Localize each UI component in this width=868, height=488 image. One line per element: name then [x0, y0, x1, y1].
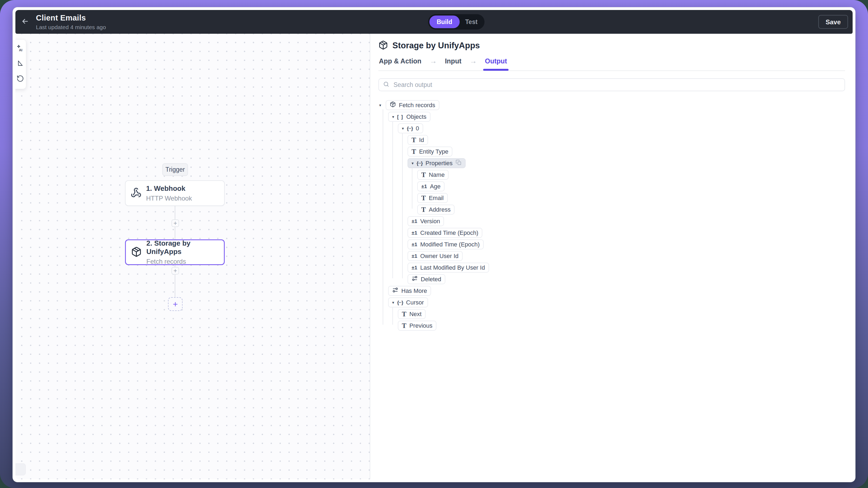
tree-row-modified-time-epoch: ±1Modified Time (Epoch): [378, 238, 845, 250]
text-type-icon: T: [411, 137, 416, 143]
node-title: 2. Storage by UnifyApps: [146, 239, 224, 256]
field-label: Id: [419, 137, 424, 143]
trigger-label-chip[interactable]: Trigger: [162, 163, 188, 176]
caret-down-icon: ▾: [392, 300, 394, 304]
package-icon: [131, 247, 142, 258]
field-label: Name: [429, 171, 445, 178]
search-output-input[interactable]: [393, 81, 840, 89]
package-icon: [378, 40, 388, 51]
panel-header: Storage by UnifyApps: [378, 40, 845, 51]
text-type-icon: T: [402, 322, 406, 329]
field-chip-cursor[interactable]: ▾{··}Cursor: [388, 297, 428, 307]
tree-row-has-more: Has More: [378, 285, 845, 297]
field-chip-owner-user-id[interactable]: ±1Owner User Id: [407, 251, 463, 261]
field-chip-fetch-records[interactable]: Fetch records: [386, 100, 439, 110]
field-label: Age: [430, 183, 440, 190]
field-chip-email[interactable]: TEmail: [417, 193, 448, 203]
tab-input[interactable]: Input: [444, 57, 462, 70]
field-chip-properties[interactable]: ▾{··}Properties: [407, 158, 466, 168]
field-label: Previous: [409, 322, 433, 329]
output-schema-tree: ▾Fetch records▾[ ]Objects▾{··}0TIdTEntit…: [378, 99, 845, 331]
app-window: Client Emails Last updated 4 minutes ago…: [13, 7, 855, 482]
workflow-canvas[interactable]: AI Trigger 1. Webhook HTTP Webh: [16, 34, 370, 479]
back-button[interactable]: [19, 16, 31, 28]
node-texts: 2. Storage by UnifyApps Fetch records: [146, 239, 224, 265]
panel-step-tabs: App & Action → Input → Output: [378, 57, 845, 71]
ai-icon[interactable]: AI: [17, 44, 24, 52]
select-tool-icon[interactable]: [17, 60, 24, 67]
add-step-below-button[interactable]: +: [172, 267, 179, 274]
caret-down-icon: ▾: [402, 126, 404, 130]
tab-arrow-icon: →: [469, 57, 477, 70]
tab-app-and-action[interactable]: App & Action: [378, 57, 422, 70]
tree-row-age: ±1Age: [378, 181, 845, 192]
save-button[interactable]: Save: [818, 15, 848, 29]
boolean-type-icon: [392, 287, 398, 295]
tree-row-version: ±1Version: [378, 216, 845, 227]
number-type-icon: ±1: [421, 184, 427, 189]
node-webhook[interactable]: 1. Webhook HTTP Webhook: [125, 180, 225, 206]
object-type-icon: {··}: [397, 300, 403, 305]
field-label: Address: [429, 206, 451, 213]
node-storage-by-unifyapps[interactable]: 2. Storage by UnifyApps Fetch records: [125, 239, 225, 265]
webhook-icon: [131, 187, 142, 199]
history-icon[interactable]: [17, 75, 24, 82]
content-area: AI Trigger 1. Webhook HTTP Webh: [16, 34, 852, 479]
tree-row-owner-user-id: ±1Owner User Id: [378, 250, 845, 262]
caret-down-icon: ▾: [411, 161, 414, 165]
panel-title: Storage by UnifyApps: [393, 41, 480, 51]
toggle-test[interactable]: Test: [460, 15, 484, 28]
back-arrow-icon: [21, 17, 29, 27]
tree-row-previous: TPrevious: [378, 320, 845, 331]
text-type-icon: T: [421, 206, 426, 213]
canvas-corner-control[interactable]: [16, 463, 26, 475]
field-chip-next[interactable]: TNext: [398, 309, 426, 319]
text-type-icon: T: [402, 311, 406, 317]
svg-text:AI: AI: [19, 48, 22, 52]
caret-down-icon: ▾: [392, 115, 394, 119]
field-chip-objects[interactable]: ▾[ ]Objects: [388, 112, 431, 122]
canvas-toolbar: AI: [16, 39, 26, 89]
tree-row-id: TId: [378, 134, 845, 146]
field-chip-0[interactable]: ▾{··}0: [398, 123, 423, 133]
field-chip-address[interactable]: TAddress: [417, 204, 455, 215]
node-subtitle: Fetch records: [146, 258, 224, 265]
node-subtitle: HTTP Webhook: [146, 195, 192, 202]
build-test-toggle: Build Test: [428, 14, 485, 30]
tree-row-entity-type: TEntity Type: [378, 146, 845, 157]
field-chip-age[interactable]: ±1Age: [417, 182, 444, 191]
workflow-titles: Client Emails Last updated 4 minutes ago: [36, 13, 106, 31]
caret-down-icon[interactable]: ▾: [378, 103, 386, 107]
object-type-icon: {··}: [417, 161, 423, 166]
text-type-icon: T: [421, 195, 426, 201]
add-step-between-button[interactable]: +: [172, 220, 179, 227]
copy-icon[interactable]: [456, 160, 462, 167]
field-chip-previous[interactable]: TPrevious: [398, 321, 436, 331]
field-label: Modified Time (Epoch): [420, 241, 479, 248]
field-chip-version[interactable]: ±1Version: [407, 216, 444, 226]
step-config-panel: Storage by UnifyApps App & Action → Inpu…: [370, 34, 852, 479]
toggle-build[interactable]: Build: [429, 15, 460, 28]
tree-row-properties: ▾{··}Properties: [378, 157, 845, 169]
field-chip-created-time-epoch[interactable]: ±1Created Time (Epoch): [407, 228, 482, 238]
field-chip-name[interactable]: TName: [417, 170, 448, 180]
tree-row-name: TName: [378, 169, 845, 181]
output-search-box: [378, 78, 845, 91]
tree-row-email: TEmail: [378, 192, 845, 204]
field-chip-has-more[interactable]: Has More: [388, 286, 431, 296]
node-texts: 1. Webhook HTTP Webhook: [146, 184, 192, 202]
tree-row-cursor: ▾{··}Cursor: [378, 297, 845, 308]
tree-row-created-time-epoch: ±1Created Time (Epoch): [378, 227, 845, 238]
field-chip-entity-type[interactable]: TEntity Type: [407, 147, 453, 157]
add-next-step-placeholder[interactable]: +: [168, 297, 183, 311]
field-label: Fetch records: [399, 102, 435, 109]
workflow-last-updated: Last updated 4 minutes ago: [36, 24, 106, 31]
field-chip-deleted[interactable]: Deleted: [407, 274, 445, 284]
tree-row-deleted: Deleted: [378, 273, 845, 285]
number-type-icon: ±1: [411, 254, 417, 259]
package-icon: [390, 101, 396, 109]
tab-output[interactable]: Output: [484, 57, 507, 70]
field-chip-last-modified-by-user-id[interactable]: ±1Last Modified By User Id: [407, 263, 489, 272]
field-chip-modified-time-epoch[interactable]: ±1Modified Time (Epoch): [407, 239, 484, 250]
field-chip-id[interactable]: TId: [407, 135, 428, 145]
